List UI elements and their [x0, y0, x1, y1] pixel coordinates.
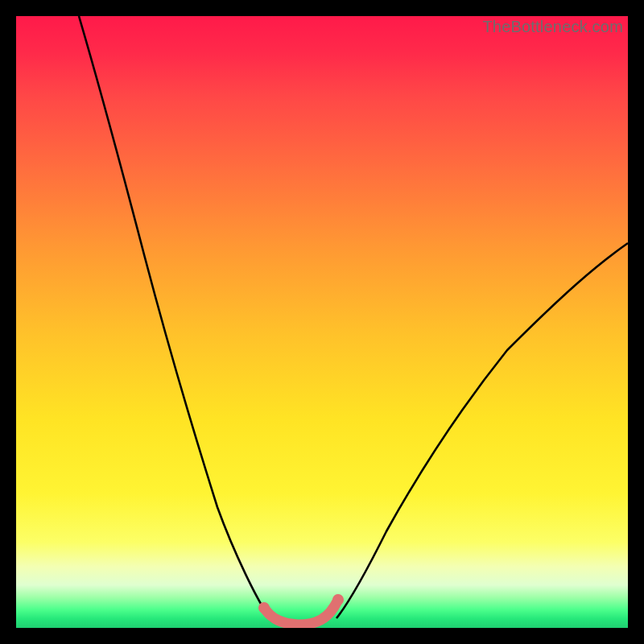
curve-layer [16, 16, 628, 628]
watermark-label: TheBottleneck.com [482, 18, 623, 36]
left-curve [79, 16, 272, 621]
right-curve [336, 243, 628, 618]
plot-area: TheBottleneck.com [16, 16, 628, 628]
valley-highlight [264, 600, 338, 625]
highlight-start-dot [258, 602, 270, 613]
highlight-end-dot [332, 594, 344, 605]
